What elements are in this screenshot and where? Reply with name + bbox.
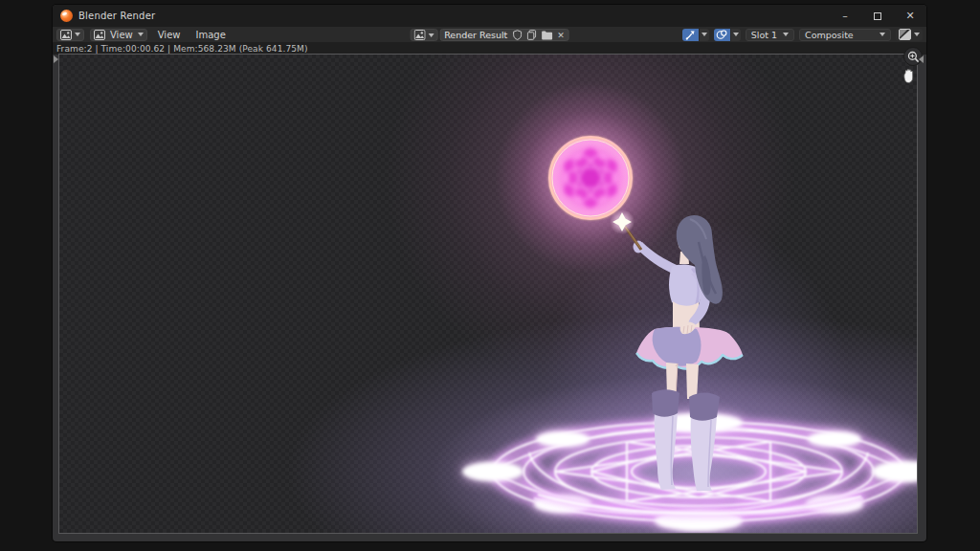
minimize-button[interactable]: – xyxy=(829,5,861,27)
render-pass-value: Composite xyxy=(805,30,854,40)
boot-cuff-right xyxy=(689,393,720,421)
browse-image-icon xyxy=(413,30,425,40)
gizmos-arrow-icon xyxy=(685,30,696,40)
menu-view[interactable]: View xyxy=(153,30,186,40)
image-editor-header: View View Image Render Result xyxy=(53,27,926,43)
header-right-group: Slot 1 Composite xyxy=(682,29,923,41)
window-controls: – ✕ xyxy=(829,5,926,27)
display-channels-dropdown[interactable] xyxy=(896,29,923,41)
chevron-down-icon xyxy=(733,33,739,36)
rendered-image xyxy=(59,55,917,533)
window-title: Blender Render xyxy=(78,11,155,21)
boot-cuff-left xyxy=(652,389,679,417)
new-image-button[interactable] xyxy=(526,30,536,40)
editor-type-image-icon xyxy=(60,30,72,40)
header-left-group: View View Image xyxy=(56,29,231,41)
chevron-down-icon xyxy=(914,33,920,36)
hand-cursor-icon xyxy=(900,68,916,84)
display-channels-pair xyxy=(896,29,923,41)
overlays-toggle[interactable] xyxy=(714,29,730,41)
gizmos-toggle[interactable] xyxy=(682,29,699,41)
overlays-dropdown[interactable] xyxy=(730,29,741,41)
image-name-field[interactable]: Render Result xyxy=(444,30,507,40)
blender-logo-icon xyxy=(60,10,73,22)
close-button[interactable]: ✕ xyxy=(894,5,926,27)
blender-render-window: Blender Render – ✕ View View Ima xyxy=(53,5,926,541)
chevron-down-icon xyxy=(428,33,434,37)
render-slot-dropdown[interactable]: Slot 1 xyxy=(746,29,794,41)
fake-user-shield-button[interactable] xyxy=(512,30,522,40)
minimize-icon: – xyxy=(842,10,848,22)
panel-collapse-right-icon[interactable] xyxy=(919,55,924,63)
panel-collapse-left-icon[interactable] xyxy=(54,55,58,63)
open-folder-button[interactable] xyxy=(541,31,552,40)
maximize-icon xyxy=(874,12,881,20)
chevron-down-icon xyxy=(783,33,789,36)
render-view[interactable] xyxy=(59,55,917,533)
close-icon: ✕ xyxy=(905,10,914,22)
render-info-bar: Frame:2 | Time:00:00.62 | Mem:568.23M (P… xyxy=(53,43,926,55)
chevron-down-icon xyxy=(75,33,80,36)
chevron-down-icon xyxy=(880,33,885,36)
overlays-spheres-icon xyxy=(716,30,727,40)
image-datablock-group: Render Result ✕ xyxy=(410,29,569,41)
zoom-magnifier-plus-icon xyxy=(907,51,920,63)
titlebar[interactable]: Blender Render – ✕ xyxy=(53,5,926,27)
maximize-button[interactable] xyxy=(861,5,894,27)
unlink-button[interactable]: ✕ xyxy=(557,31,565,40)
render-slot-value: Slot 1 xyxy=(751,30,777,40)
editor-type-button[interactable] xyxy=(56,29,84,41)
gizmos-dropdown[interactable] xyxy=(699,29,709,41)
image-datablock: Render Result ✕ xyxy=(439,29,569,41)
render-pass-dropdown[interactable]: Composite xyxy=(799,29,891,41)
gizmos-toggle-pair xyxy=(682,29,709,41)
overlays-toggle-pair xyxy=(714,29,741,41)
magic-orb xyxy=(495,82,686,274)
chevron-down-icon xyxy=(702,33,707,36)
display-channels-icon xyxy=(899,29,911,40)
render-stats: Frame:2 | Time:00:00.62 | Mem:568.23M (P… xyxy=(56,44,308,54)
browse-image-dropdown[interactable] xyxy=(410,29,437,41)
mode-label: View xyxy=(108,30,135,40)
chevron-down-icon xyxy=(138,33,144,36)
mode-image-icon xyxy=(94,30,105,40)
menu-image[interactable]: Image xyxy=(190,30,230,40)
mode-dropdown[interactable]: View xyxy=(90,29,147,41)
